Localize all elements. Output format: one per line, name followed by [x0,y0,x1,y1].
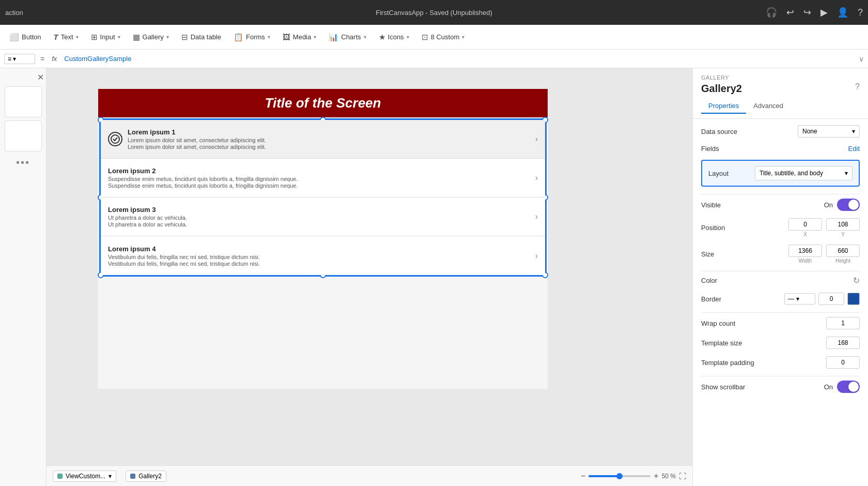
layout-dropdown[interactable]: Title, subtitle, and body ▾ [755,166,853,180]
menu-gallery[interactable]: ▦ Gallery ▾ [128,29,174,45]
item-content-2: Lorem ipsum 2 Suspendisse enim metus, ti… [108,167,535,189]
color-value: ↻ [758,276,860,285]
screen-title-bar: Title of the Screen [98,89,548,117]
border-style-select[interactable]: — ▾ [784,293,815,305]
help-icon[interactable]: ? [858,7,863,18]
zoom-slider[interactable] [588,475,650,477]
visible-toggle[interactable] [837,199,860,211]
item-chevron-1-icon: › [535,134,538,144]
top-bar: action FirstCanvasApp - Saved (Unpublish… [0,0,868,25]
prop-color: Color ↻ [701,276,860,285]
input-label: Input [100,33,115,41]
layout-value: Title, subtitle, and body [760,170,823,177]
equals-sign: = [38,55,47,63]
prop-visible: Visible On [701,199,860,211]
right-panel-tabs: Properties Advanced [701,99,860,114]
menu-charts[interactable]: 📊 Charts ▾ [323,29,371,45]
menu-button[interactable]: ⬜ Button [4,29,47,45]
wrap-count-value [758,317,860,329]
gallery-item[interactable]: Lorem ipsum 4 Vestibulum dui felis, frin… [101,236,545,275]
forms-icon: 📋 [234,33,243,42]
tab-properties[interactable]: Properties [701,99,746,114]
border-color-swatch[interactable] [847,293,860,305]
border-style-chevron-icon: ▾ [796,295,799,302]
gallery-tag[interactable]: Gallery2 [126,470,166,482]
item-title-1: Lorem ipsum 1 [128,128,535,136]
formula-expand-icon[interactable]: ∨ [859,55,864,63]
menu-input[interactable]: ⊞ Input ▾ [86,29,126,45]
close-panel-button[interactable]: ✕ [37,72,44,82]
canvas-content: Title of the Screen [98,89,548,389]
play-icon[interactable]: ▶ [820,7,828,18]
item-subtitle-2: Suspendisse enim metus, tincidunt quis l… [108,176,535,182]
button-icon: ⬜ [9,33,19,42]
divider-4 [701,376,860,376]
menu-icons[interactable]: ★ Icons ▾ [374,29,414,45]
tab-advanced[interactable]: Advanced [746,99,791,114]
undo-icon[interactable]: ↩ [786,7,794,18]
data-source-label: Data source [701,128,758,135]
item-content-4: Lorem ipsum 4 Vestibulum dui felis, frin… [108,245,535,267]
main-area: ✕ ••• Title of the Screen [0,68,868,486]
screen-tag[interactable]: ViewCustom... ▾ [53,470,116,482]
gallery-label: Gallery [143,33,164,41]
more-icon[interactable]: ••• [16,157,30,169]
datatable-icon: ⊟ [181,33,188,42]
headset-icon[interactable]: 🎧 [766,7,777,18]
edit-fields-button[interactable]: Edit [848,145,860,153]
user-icon[interactable]: 👤 [837,7,848,18]
template-size-input[interactable] [826,337,860,349]
data-source-selected: None [802,128,817,135]
screen-dot-icon [57,474,63,479]
prop-template-padding: Template padding [701,356,860,369]
size-height-input[interactable] [826,245,860,257]
show-scrollbar-label: Show scrollbar [701,383,758,391]
position-x-input[interactable] [788,218,822,231]
formula-input[interactable] [62,54,856,64]
left-panel: ✕ ••• [0,68,47,486]
help-button[interactable]: ? [855,82,860,92]
y-label: Y [841,232,845,237]
position-y-input[interactable] [826,218,860,231]
redo-icon[interactable]: ↪ [803,7,811,18]
zoom-slider-thumb[interactable] [616,473,623,479]
wrap-count-input[interactable] [826,317,860,329]
prop-wrap-count: Wrap count [701,317,860,329]
item-content-3: Lorem ipsum 3 Ut pharetra a dolor ac veh… [108,206,535,227]
template-padding-label: Template padding [701,359,758,367]
template-size-label: Template size [701,339,758,347]
formula-scope-dropdown[interactable]: ≡ ▾ [4,54,35,64]
menu-forms[interactable]: 📋 Forms ▾ [228,29,275,45]
gallery-item[interactable]: Lorem ipsum 1 Lorem ipsum dolor sit amet… [101,120,545,159]
right-panel-header: GALLERY Gallery2 ? Properties Advanced [693,68,868,119]
item-subtitle-4: Vestibulum dui felis, fringilla nec mi s… [108,254,535,260]
gallery-item[interactable]: Lorem ipsum 3 Ut pharetra a dolor ac veh… [101,198,545,236]
gallery-item[interactable]: Lorem ipsum 2 Suspendisse enim metus, ti… [101,159,545,198]
zoom-in-button[interactable]: + [654,472,658,481]
position-inputs: X Y [788,218,860,237]
panel-section-label: GALLERY [701,74,742,81]
border-width-input[interactable] [818,293,844,305]
color-refresh-icon[interactable]: ↻ [853,276,860,285]
scrollbar-toggle-thumb [848,382,859,392]
menu-custom[interactable]: ⊡ 8 Custom ▾ [416,29,470,45]
zoom-out-button[interactable]: − [581,472,585,481]
canvas-bottom-bar: ViewCustom... ▾ Gallery2 − + 50 % ⛶ [47,465,692,486]
template-padding-value [758,356,860,369]
menu-datatable[interactable]: ⊟ Data table [176,29,226,45]
size-width-group: Width [788,245,822,264]
size-label: Size [701,250,758,258]
prop-data-source: Data source None ▾ [701,125,860,138]
template-padding-input[interactable] [826,356,860,369]
menu-text[interactable]: T Text ▾ [49,29,84,44]
layout-label: Layout [708,170,755,177]
scrollbar-toggle[interactable] [837,381,860,393]
left-panel-item-1[interactable] [5,86,42,117]
data-source-dropdown[interactable]: None ▾ [798,125,860,138]
left-panel-item-2[interactable] [5,120,42,151]
fullscreen-button[interactable]: ⛶ [679,472,686,480]
position-value: X Y [758,218,860,237]
size-width-input[interactable] [788,245,822,257]
screen-chevron-icon: ▾ [109,473,112,480]
menu-media[interactable]: 🖼 Media ▾ [277,29,321,44]
